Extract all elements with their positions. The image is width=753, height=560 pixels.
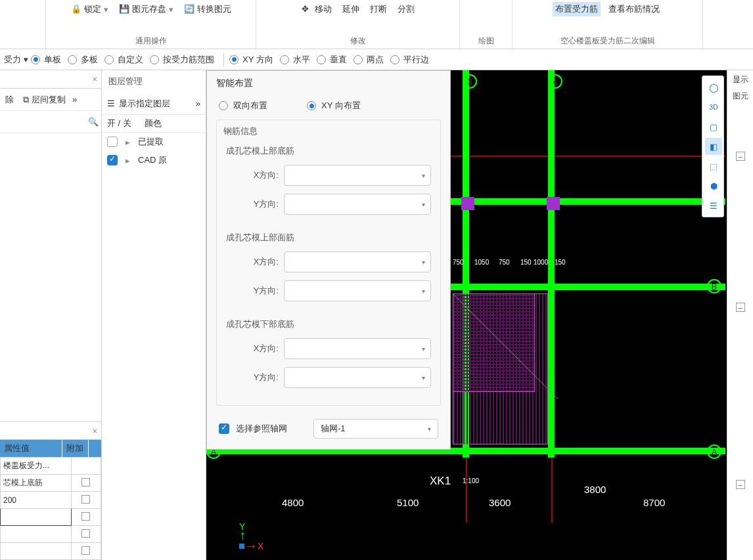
split-btn[interactable]: 分割 xyxy=(395,2,417,16)
chk-5[interactable] xyxy=(81,546,90,555)
expand-2[interactable]: – xyxy=(736,303,745,312)
radio-range[interactable] xyxy=(150,55,159,64)
r3-label: 自定义 xyxy=(118,54,143,66)
copy-btn[interactable]: ⧉层间复制 xyxy=(20,92,68,108)
chk-4[interactable] xyxy=(81,529,90,538)
more-icon[interactable]: » xyxy=(72,95,77,104)
dim-2: 5100 xyxy=(397,497,419,508)
radio-xy[interactable] xyxy=(229,55,239,64)
close-icon[interactable]: × xyxy=(92,74,97,84)
dim-1: 4800 xyxy=(282,497,304,508)
prop-h2: 附加 xyxy=(62,440,89,457)
p3-cell: 200 xyxy=(1,492,72,509)
x-label: X方向: xyxy=(226,169,279,181)
save-btn[interactable]: 💾图元存盘 ▾ xyxy=(116,2,176,16)
split-label: 分割 xyxy=(398,3,415,15)
table-row xyxy=(1,509,101,526)
r7-label: 垂直 xyxy=(330,54,347,66)
view-btn[interactable]: 查看布筋情况 xyxy=(606,2,662,16)
group2-label: 修改 xyxy=(350,33,366,49)
grid-marker-3: 3 xyxy=(463,74,477,89)
s2-y-input[interactable]: ▾ xyxy=(284,280,431,301)
opt1-label: 双向布置 xyxy=(233,100,267,112)
dim-4: 3800 xyxy=(584,484,606,495)
convert-btn[interactable]: 🔄转换图元 xyxy=(181,2,234,16)
radio-h[interactable] xyxy=(280,55,289,64)
chk-1[interactable] xyxy=(81,478,90,486)
prop-header: 属性值 附加 xyxy=(0,440,101,457)
s2-x-input[interactable]: ▾ xyxy=(284,251,431,272)
y-label-3: Y方向: xyxy=(226,372,279,383)
view-label: 查看布筋情况 xyxy=(608,3,660,15)
lock-btn[interactable]: 🔒锁定 ▾ xyxy=(68,2,111,16)
dim-3: 3600 xyxy=(489,497,511,508)
radio-xydir[interactable]: XY 向布置 xyxy=(307,100,361,112)
option-bar: 受力 ▾ 单板 多板 自定义 按受力筋范围 XY 方向 水平 垂直 两点 平行边 xyxy=(0,49,753,70)
expand-1[interactable]: – xyxy=(736,152,745,161)
ref-grid-chk[interactable] xyxy=(219,423,229,434)
tool-list[interactable]: ☰ xyxy=(705,197,722,214)
grid-select[interactable]: 轴网-1▾ xyxy=(313,419,438,439)
right-t1: 显示 xyxy=(733,74,748,85)
tool-cube1[interactable]: ▢ xyxy=(705,118,722,135)
radio-single[interactable] xyxy=(31,55,40,64)
tick-2: 750 xyxy=(499,259,510,266)
layer-row-1[interactable]: ▸ 已提取 xyxy=(102,133,206,151)
chk-2[interactable] xyxy=(81,495,90,504)
r4-label: 按受力筋范围 xyxy=(163,54,214,66)
s3-x-input[interactable]: ▾ xyxy=(284,338,431,359)
tool-box[interactable]: ⬢ xyxy=(705,177,722,194)
grid-marker-4: 4 xyxy=(548,74,562,89)
more-icon-2[interactable]: » xyxy=(196,98,200,108)
grid-marker-A: A xyxy=(707,444,721,459)
dialog-title: 智能布置 xyxy=(207,71,450,96)
r6-label: 水平 xyxy=(293,54,310,66)
radio-custom[interactable] xyxy=(104,55,114,64)
prop-input[interactable] xyxy=(1,509,71,525)
tick-5: 150 xyxy=(555,259,566,266)
s1-y-input[interactable]: ▾ xyxy=(284,194,431,215)
group3-label: 空心楼盖板受力筋二次编辑 xyxy=(560,33,655,49)
move-btn[interactable]: ✥移动 xyxy=(299,2,334,16)
r2-label: 多板 xyxy=(81,54,98,66)
delete-btn[interactable]: 除 xyxy=(3,92,16,108)
search-icon[interactable]: 🔍 xyxy=(88,117,99,127)
break-btn[interactable]: 打断 xyxy=(367,2,390,16)
radio-bidir[interactable]: 双向布置 xyxy=(219,100,267,112)
view-toolbar: ◯ 3D ▢ ◧ ⬚ ⬢ ☰ xyxy=(702,75,724,217)
radio-multi[interactable] xyxy=(68,55,77,64)
tick-0: 750 xyxy=(453,259,464,266)
show-label[interactable]: 显示指定图层 xyxy=(119,98,170,110)
layers-icon: ☰ xyxy=(107,98,115,108)
sub2: 成孔芯模上部面筋 xyxy=(217,228,440,248)
s1-x-input[interactable]: ▾ xyxy=(284,165,431,186)
table-row: 芯模上底筋 xyxy=(1,475,101,492)
place-btn[interactable]: 布置受力筋 xyxy=(553,2,601,16)
layer-chk-2[interactable] xyxy=(107,155,118,165)
radio-2pt[interactable] xyxy=(354,55,363,64)
y-label: Y方向: xyxy=(226,198,279,210)
s3-y-input[interactable]: ▾ xyxy=(284,367,431,388)
tool-select[interactable]: ⬚ xyxy=(705,158,722,175)
prop-table: 楼盖板受力... 芯模上底筋 200 xyxy=(0,457,101,560)
tool-3d[interactable]: 3D xyxy=(705,98,722,116)
table-row xyxy=(1,543,101,560)
chevron-icon: ▸ xyxy=(126,156,130,165)
prop-h1: 属性值 xyxy=(0,440,62,457)
opt-prefix: 受力 xyxy=(4,54,21,66)
extend-btn[interactable]: 延伸 xyxy=(340,2,362,16)
expand-3[interactable]: – xyxy=(736,480,745,489)
chk-3[interactable] xyxy=(81,512,90,521)
right-t2[interactable]: 图元 xyxy=(733,91,748,102)
axis-x: X xyxy=(258,541,263,551)
radio-v[interactable] xyxy=(317,55,326,64)
layer-chk-1[interactable] xyxy=(107,137,118,147)
table-row xyxy=(1,526,101,543)
p2-cell: 芯模上底筋 xyxy=(1,475,72,492)
layer-row-2[interactable]: ▸ CAD 原 xyxy=(102,151,206,169)
tool-orbit[interactable]: ◯ xyxy=(705,79,722,96)
close-icon-2[interactable]: × xyxy=(92,426,97,436)
table-row: 200 xyxy=(1,492,101,509)
tool-cube2[interactable]: ◧ xyxy=(705,138,722,155)
radio-parallel[interactable] xyxy=(390,55,399,64)
